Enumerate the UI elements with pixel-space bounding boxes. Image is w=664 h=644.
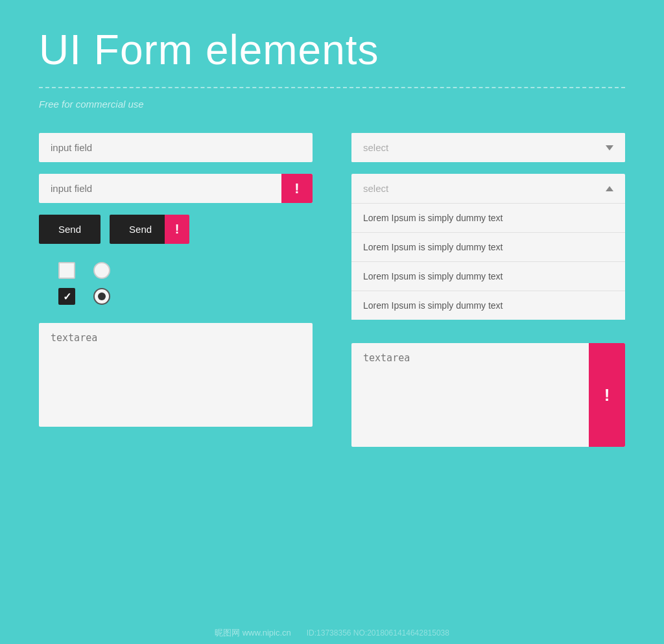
controls-row <box>39 256 313 311</box>
button-row: Send Send ! <box>39 215 313 244</box>
content-grid: ! Send Send ! <box>39 133 625 447</box>
nipic-logo: 昵图网 www.nipic.cn <box>215 627 291 639</box>
select-closed-display[interactable]: select <box>351 133 625 162</box>
select-option-2[interactable]: Lorem Ipsum is simply dummy text <box>351 233 625 262</box>
subtitle: Free for commercial use <box>39 99 625 110</box>
chevron-down-icon <box>606 145 613 150</box>
select-open: select Lorem Ipsum is simply dummy text … <box>351 174 625 320</box>
radio-col <box>93 262 110 305</box>
page-title: UI Form elements <box>39 26 625 74</box>
send-button-normal[interactable]: Send <box>39 215 101 244</box>
input-field-normal <box>39 133 313 162</box>
select-closed-label: select <box>363 142 388 153</box>
chevron-up-icon <box>606 186 613 191</box>
checkbox-unchecked[interactable] <box>58 262 75 279</box>
select-option-3[interactable]: Lorem Ipsum is simply dummy text <box>351 262 625 291</box>
select-closed[interactable]: select <box>351 133 625 162</box>
checkbox-checked[interactable] <box>58 288 75 305</box>
send-button-error[interactable]: Send <box>110 215 165 244</box>
textarea-normal-wrapper <box>39 323 313 427</box>
input-error[interactable] <box>39 174 313 203</box>
textarea-error[interactable] <box>351 343 625 447</box>
input-error-badge: ! <box>281 174 313 203</box>
right-column: select select Lorem Ipsum is simply dumm… <box>351 133 625 447</box>
textarea-normal[interactable] <box>39 323 313 427</box>
select-option-1[interactable]: Lorem Ipsum is simply dummy text <box>351 204 625 233</box>
checkbox-col <box>58 262 75 305</box>
send-error-badge: ! <box>165 215 189 244</box>
input-normal[interactable] <box>39 133 313 162</box>
watermark: 昵图网 www.nipic.cn ID:13738356 NO:20180614… <box>0 627 664 639</box>
page-wrapper: UI Form elements Free for commercial use… <box>0 0 664 644</box>
textarea-error-wrapper: ! <box>351 343 625 447</box>
select-open-header[interactable]: select <box>351 174 625 204</box>
left-column: ! Send Send ! <box>39 133 313 447</box>
send-button-error-wrapper: Send ! <box>110 215 189 244</box>
select-option-4[interactable]: Lorem Ipsum is simply dummy text <box>351 291 625 320</box>
radio-selected[interactable] <box>93 288 110 305</box>
input-field-error: ! <box>39 174 313 203</box>
select-open-label: select <box>363 183 388 194</box>
radio-unchecked[interactable] <box>93 262 110 279</box>
textarea-error-badge: ! <box>589 343 625 447</box>
divider <box>39 87 625 88</box>
watermark-id: ID:13738356 NO:2018061414642815038 <box>307 628 449 638</box>
